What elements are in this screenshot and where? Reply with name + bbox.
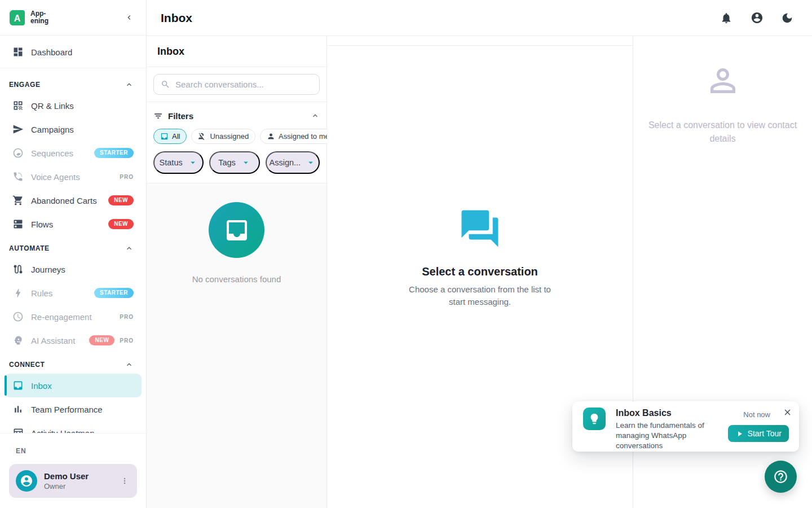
starter-badge: STARTER [94, 288, 134, 298]
sidebar-item-label: Team Performance [31, 405, 103, 414]
sidebar-collapse-button[interactable] [121, 10, 137, 25]
sidebar-item-campaigns[interactable]: Campaigns [5, 117, 142, 141]
chat-empty-subtitle: Choose a conversation from the list to s… [403, 283, 557, 308]
sidebar-item-flows[interactable]: Journeys Flows NEW [5, 212, 142, 236]
caret-down-icon [188, 157, 198, 168]
contact-empty-state: Select a conversation to view contact de… [633, 36, 812, 146]
search-icon [161, 80, 170, 89]
filters-section: Filters All Unassigned [147, 102, 326, 183]
conversation-empty-state: No conversations found [147, 183, 326, 508]
close-button[interactable] [783, 407, 793, 417]
sidebar-item-ai-assistant[interactable]: AI Assistant NEW PRO [5, 329, 142, 352]
sidebar-item-activity-heatmap[interactable]: Activity Heatmap [5, 421, 142, 433]
sidebar-item-sequences[interactable]: Sequences STARTER [5, 141, 142, 165]
play-icon [735, 430, 744, 438]
chip-label: Assigned to me [279, 132, 329, 141]
divider [0, 68, 146, 68]
chip-all[interactable]: All [153, 129, 187, 144]
chevron-up-icon [125, 360, 134, 369]
user-name: Demo User [44, 471, 89, 481]
conversation-panel: Inbox Filters [147, 36, 327, 508]
not-now-button[interactable]: Not now [743, 410, 770, 419]
language-selector[interactable]: EN [9, 441, 137, 464]
filter-chips: All Unassigned Assigned to me [153, 129, 320, 144]
sidebar-nav: Dashboard ENGAGE QR & Links Campaigns [0, 36, 146, 433]
sidebar-item-label: Campaigns [31, 125, 74, 134]
search-section [147, 67, 326, 102]
sidebar-item-label: AI Assistant [31, 336, 75, 345]
sidebar-item-label: Activity Heatmap [31, 428, 95, 433]
flows-icon [12, 218, 24, 230]
sidebar-item-inbox[interactable]: Inbox [5, 374, 142, 397]
filters-title: Filters [168, 111, 193, 121]
sidebar-item-label: QR & Links [31, 101, 74, 111]
user-card[interactable]: Demo User Owner [9, 464, 137, 498]
sidebar-item-abandoned-carts[interactable]: Abandoned Carts NEW [5, 189, 142, 212]
new-badge: NEW [89, 335, 114, 345]
section-header-automate[interactable]: AUTOMATE [5, 236, 142, 257]
user-menu-button[interactable] [118, 474, 131, 488]
chevron-up-icon [125, 244, 134, 253]
bolt-icon [12, 287, 24, 299]
top-header: Inbox [147, 0, 812, 36]
sidebar-item-label: Rules [31, 288, 52, 298]
help-button[interactable] [765, 461, 797, 493]
empty-list-text: No conversations found [192, 274, 281, 284]
status-dropdown[interactable]: Status [153, 151, 204, 174]
pro-tag: PRO [120, 338, 134, 344]
phone-icon [12, 171, 24, 182]
sidebar-item-label: Flows [31, 220, 53, 229]
assignee-dropdown[interactable]: Assign... [266, 151, 320, 174]
person-icon [267, 132, 275, 141]
account-button[interactable] [750, 11, 764, 25]
tags-dropdown[interactable]: Tags [209, 151, 259, 174]
clock-icon [12, 311, 24, 322]
dropdown-label: Assign... [270, 158, 301, 167]
sidebar-footer: EN Demo User Owner [0, 433, 146, 508]
user-role: Owner [44, 482, 89, 491]
tour-texts: Inbox Basics Learn the fundamentals of m… [616, 406, 716, 452]
tour-title: Inbox Basics [616, 408, 716, 418]
user-avatar [16, 470, 37, 492]
chevron-up-icon[interactable] [311, 111, 320, 120]
sidebar-item-qr-links[interactable]: QR & Links [5, 94, 142, 117]
sidebar-item-rules[interactable]: Rules STARTER [5, 281, 142, 305]
account-circle-icon [751, 11, 764, 24]
conversation-panel-title: Inbox [147, 36, 326, 67]
search-input[interactable] [175, 80, 312, 89]
notifications-button[interactable] [720, 11, 733, 25]
page-title: Inbox [161, 11, 192, 25]
dashboard-icon [12, 46, 24, 58]
section-title: CONNECT [9, 361, 45, 369]
sidebar-item-label: Sequences [31, 148, 73, 158]
header-icons [720, 11, 794, 25]
tour-card: Inbox Basics Learn the fundamentals of m… [572, 401, 799, 452]
chip-assigned-to-me[interactable]: Assigned to me [260, 129, 336, 144]
search-box[interactable] [153, 74, 320, 95]
contact-empty-text: Select a conversation to view contact de… [641, 119, 805, 146]
sidebar-item-label: Voice Agents [31, 172, 80, 182]
chip-unassigned[interactable]: Unassigned [191, 129, 255, 144]
ai-icon [12, 335, 24, 346]
filter-icon [153, 111, 163, 121]
person-off-icon [198, 132, 206, 141]
route-icon [12, 264, 24, 275]
bell-icon [720, 12, 732, 24]
more-vert-icon [120, 476, 129, 485]
sidebar-item-label: Dashboard [31, 47, 72, 57]
section-header-engage[interactable]: ENGAGE [5, 72, 142, 94]
sidebar-item-dashboard[interactable]: Dashboard [5, 40, 142, 64]
section-header-connect[interactable]: CONNECT [5, 352, 142, 374]
send-icon [12, 124, 24, 135]
dropdown-label: Tags [218, 158, 236, 167]
sidebar-item-team-performance[interactable]: Team Performance [5, 397, 142, 421]
chat-bubbles-icon [458, 207, 502, 251]
filters-header[interactable]: Filters [153, 107, 320, 125]
chat-toolbar-strip [327, 36, 633, 46]
sidebar-item-re-engagement[interactable]: Re-engagement PRO [5, 305, 142, 329]
sidebar-item-journeys[interactable]: Journeys [5, 257, 142, 281]
start-tour-button[interactable]: Start Tour [728, 425, 789, 442]
sidebar-item-voice-agents[interactable]: Voice Agents PRO [5, 165, 142, 189]
starter-badge: STARTER [94, 148, 134, 158]
dark-mode-toggle[interactable] [780, 11, 794, 25]
